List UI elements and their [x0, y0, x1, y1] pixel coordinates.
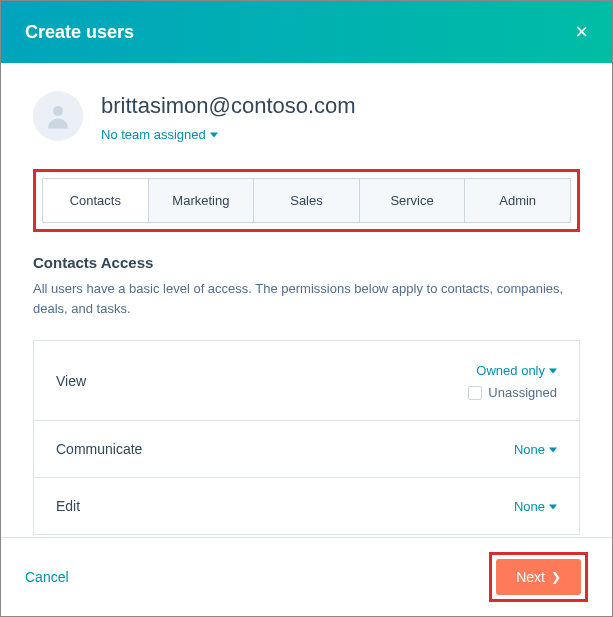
close-icon[interactable]: ×	[575, 19, 588, 45]
permission-label: Edit	[56, 498, 80, 514]
permission-label: View	[56, 373, 86, 389]
modal-title: Create users	[25, 22, 134, 43]
edit-permission-dropdown[interactable]: None	[514, 499, 557, 514]
view-permission-dropdown[interactable]: Owned only	[476, 363, 557, 378]
user-icon	[43, 101, 73, 131]
communicate-permission-dropdown[interactable]: None	[514, 442, 557, 457]
modal-footer: Cancel Next ❯	[1, 537, 612, 616]
next-label: Next	[516, 569, 545, 585]
team-dropdown[interactable]: No team assigned	[101, 127, 218, 142]
dropdown-value: None	[514, 499, 545, 514]
caret-down-icon	[549, 499, 557, 514]
permission-label: Communicate	[56, 441, 142, 457]
modal-body: brittasimon@contoso.com No team assigned…	[1, 63, 612, 537]
dropdown-value: None	[514, 442, 545, 457]
caret-down-icon	[549, 442, 557, 457]
next-button[interactable]: Next ❯	[496, 559, 581, 595]
svg-point-0	[53, 106, 63, 116]
chevron-right-icon: ❯	[551, 570, 561, 584]
caret-down-icon	[549, 363, 557, 378]
user-summary: brittasimon@contoso.com No team assigned	[33, 91, 580, 143]
tab-admin[interactable]: Admin	[465, 179, 570, 222]
permission-row-view: View Owned only Unassigned	[34, 341, 579, 421]
tab-contacts[interactable]: Contacts	[43, 179, 149, 222]
dropdown-value: Owned only	[476, 363, 545, 378]
user-info: brittasimon@contoso.com No team assigned	[101, 91, 356, 143]
team-label: No team assigned	[101, 127, 206, 142]
tab-sales[interactable]: Sales	[254, 179, 360, 222]
permission-row-edit: Edit None	[34, 478, 579, 535]
section-description: All users have a basic level of access. …	[33, 279, 580, 318]
tab-marketing[interactable]: Marketing	[149, 179, 255, 222]
section-title: Contacts Access	[33, 254, 580, 271]
avatar	[33, 91, 83, 141]
user-email: brittasimon@contoso.com	[101, 93, 356, 119]
permission-tabs: Contacts Marketing Sales Service Admin	[42, 178, 571, 223]
permission-row-communicate: Communicate None	[34, 421, 579, 478]
caret-down-icon	[210, 127, 218, 142]
tab-service[interactable]: Service	[360, 179, 466, 222]
unassigned-label: Unassigned	[488, 385, 557, 400]
permissions-list: View Owned only Unassigned Communicat	[33, 340, 580, 535]
permission-value-group: Owned only Unassigned	[468, 361, 557, 400]
checkbox-icon[interactable]	[468, 386, 482, 400]
unassigned-checkbox-row[interactable]: Unassigned	[468, 385, 557, 400]
tabs-highlight-box: Contacts Marketing Sales Service Admin	[33, 169, 580, 232]
modal-header: Create users ×	[1, 1, 612, 63]
create-users-modal: Create users × brittasimon@contoso.com N…	[0, 0, 613, 617]
cancel-button[interactable]: Cancel	[25, 569, 69, 585]
next-highlight-box: Next ❯	[489, 552, 588, 602]
